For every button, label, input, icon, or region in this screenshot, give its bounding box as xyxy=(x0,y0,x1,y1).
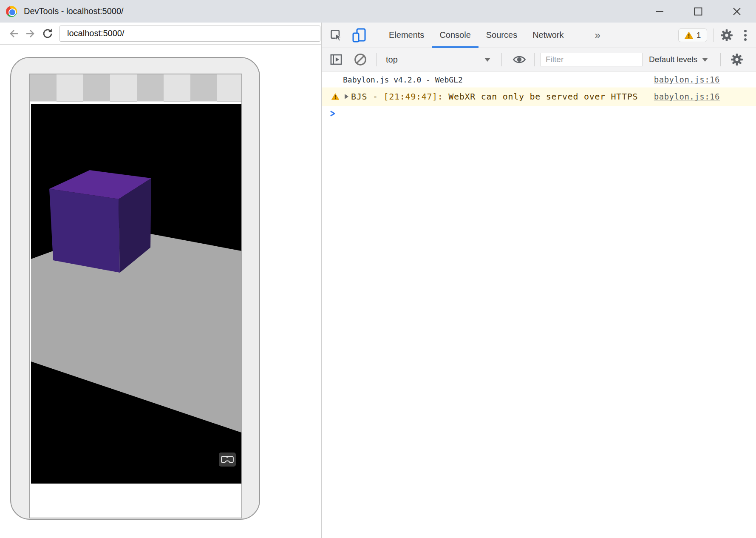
console-log-text: Babylon.js v4.2.0 - WebGL2 xyxy=(343,75,463,84)
chrome-logo-icon xyxy=(6,6,17,17)
log-levels-label: Default levels xyxy=(649,55,697,64)
more-tabs-button[interactable]: » xyxy=(595,29,600,41)
kebab-dot xyxy=(744,30,747,32)
console-warning-text: BJS - [21:49:47]: WebXR can only be serv… xyxy=(351,91,638,102)
close-button[interactable] xyxy=(717,0,756,23)
separator xyxy=(720,53,721,66)
warning-prefix: BJS - xyxy=(351,91,383,102)
console-warning-row: BJS - [21:49:47]: WebXR can only be serv… xyxy=(322,88,756,105)
minimize-icon xyxy=(655,7,664,16)
inspect-cursor-icon xyxy=(330,29,343,42)
maximize-icon xyxy=(694,7,703,16)
tab-sources[interactable]: Sources xyxy=(479,23,525,48)
forward-arrow-icon xyxy=(25,28,37,40)
gear-icon xyxy=(720,29,733,42)
cube-front-face xyxy=(49,189,120,273)
warning-triangle-icon xyxy=(331,93,339,100)
console-settings-button[interactable] xyxy=(731,53,743,66)
separator xyxy=(534,53,535,66)
log-levels-selector[interactable]: Default levels xyxy=(649,55,708,64)
window-titlebar: DevTools - localhost:5000/ xyxy=(0,0,756,23)
babylon-3d-scene xyxy=(31,104,241,484)
warnings-count: 1 xyxy=(697,31,701,40)
forward-button[interactable] xyxy=(25,28,37,40)
devtools-pane: Elements Console Sources Network » 1 xyxy=(322,23,756,538)
expand-triangle-icon[interactable] xyxy=(345,94,348,99)
devtools-settings-button[interactable] xyxy=(720,29,733,42)
console-log-row: Babylon.js v4.2.0 - WebGL2 babylon.js:16 xyxy=(322,71,756,88)
reload-icon xyxy=(42,28,54,40)
console-toolbar: top Default levels xyxy=(322,48,756,71)
eye-icon xyxy=(512,53,526,66)
console-sidebar-toggle-button[interactable] xyxy=(330,53,343,66)
console-sidebar-icon xyxy=(330,53,343,66)
back-button[interactable] xyxy=(8,28,20,40)
browser-navbar xyxy=(0,23,321,45)
close-icon xyxy=(732,7,742,16)
console-prompt-row[interactable] xyxy=(322,105,756,122)
device-toolbar-toggle-button[interactable] xyxy=(352,28,366,43)
chevron-down-icon xyxy=(484,58,490,62)
reload-button[interactable] xyxy=(42,28,54,40)
devtools-tabs: Elements Console Sources Network xyxy=(381,23,572,48)
tab-console[interactable]: Console xyxy=(432,23,478,48)
devtools-menu-button[interactable] xyxy=(744,30,747,41)
console-messages: Babylon.js v4.2.0 - WebGL2 babylon.js:16… xyxy=(322,71,756,538)
clear-console-button[interactable] xyxy=(354,53,367,66)
babylon-canvas[interactable] xyxy=(31,104,241,484)
back-arrow-icon xyxy=(8,28,20,40)
devtools-tabbar-right: 1 xyxy=(678,28,756,42)
page-pane xyxy=(0,23,322,538)
vr-goggles-button[interactable] xyxy=(219,453,236,467)
kebab-dot xyxy=(744,34,747,37)
console-context-selector[interactable]: top xyxy=(386,55,496,65)
console-source-link[interactable]: babylon.js:16 xyxy=(654,92,720,101)
clear-console-icon xyxy=(354,53,367,66)
console-filter-input[interactable] xyxy=(540,53,643,66)
separator xyxy=(375,28,375,42)
separator xyxy=(501,53,502,66)
inspect-element-button[interactable] xyxy=(330,29,343,42)
warnings-badge[interactable]: 1 xyxy=(678,28,707,42)
warning-timestamp: [21:49:47]: xyxy=(383,91,448,102)
window-title: DevTools - localhost:5000/ xyxy=(24,6,124,16)
chevron-down-icon xyxy=(702,58,708,62)
gear-icon xyxy=(731,53,743,66)
maximize-button[interactable] xyxy=(679,0,717,23)
tab-network[interactable]: Network xyxy=(525,23,571,48)
live-expression-button[interactable] xyxy=(512,53,526,66)
window-controls xyxy=(640,0,756,23)
warning-triangle-icon xyxy=(685,31,693,39)
tab-elements[interactable]: Elements xyxy=(381,23,432,48)
device-toolbar-icon xyxy=(352,28,366,43)
separator xyxy=(714,28,714,42)
minimize-button[interactable] xyxy=(640,0,679,23)
device-top-checkerboard xyxy=(30,74,241,102)
emulated-phone-frame xyxy=(10,57,260,520)
emulated-phone-screen xyxy=(29,74,242,518)
device-emulation-viewport xyxy=(0,45,321,538)
separator xyxy=(376,53,377,66)
console-context-label: top xyxy=(386,55,398,65)
console-prompt-icon xyxy=(329,110,336,117)
vr-goggles-icon xyxy=(221,455,234,464)
console-source-link[interactable]: babylon.js:16 xyxy=(654,75,720,84)
address-bar-input[interactable] xyxy=(59,26,320,42)
kebab-dot xyxy=(744,38,747,41)
devtools-tabbar: Elements Console Sources Network » 1 xyxy=(322,23,756,48)
warning-message: WebXR can only be served over HTTPS xyxy=(448,91,638,102)
